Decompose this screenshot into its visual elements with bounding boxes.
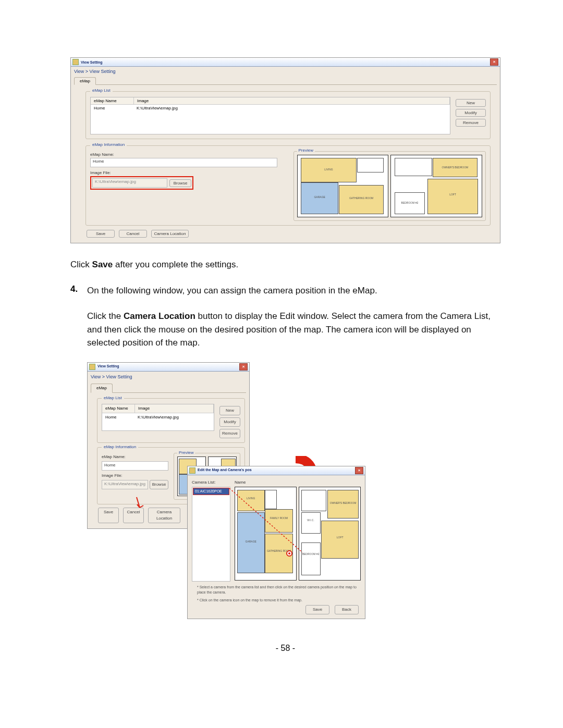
new-button[interactable]: New <box>456 99 486 107</box>
close-icon[interactable]: × <box>490 58 498 66</box>
action-row: Save Cancel Camera Location <box>87 230 495 238</box>
tab-emap[interactable]: eMap <box>91 384 113 393</box>
emap-info-legend: eMap Information <box>90 142 127 147</box>
app-icon <box>72 59 79 65</box>
lbl-image-file: Image File: <box>90 170 288 175</box>
preview-legend: Preview <box>297 148 315 153</box>
image-file-input[interactable]: K:\UltraView\emap.jpg <box>102 480 148 489</box>
titlebar[interactable]: View Setting × <box>71 58 500 67</box>
titlebar[interactable]: View Setting × <box>88 363 249 372</box>
camera-list[interactable]: 01:AIC1620POE <box>192 487 230 582</box>
red-arrow-to-camloc <box>136 496 156 510</box>
lbl-emap-name: eMap Name: <box>90 152 288 157</box>
camera-icon[interactable] <box>286 550 293 557</box>
image-file-row-highlighted: K:\UltraView\emap.jpg Browse <box>90 176 193 190</box>
browse-button[interactable]: Browse <box>169 179 191 187</box>
step-4: 4. On the following window, you can assi… <box>70 284 500 612</box>
app-icon <box>189 467 195 474</box>
close-icon[interactable]: × <box>239 363 248 371</box>
emap-list-group: eMap List eMap Name Image Home K:\UltraV… <box>85 91 491 139</box>
save-button[interactable]: Save <box>98 508 119 523</box>
figure-2: View Setting × View > View Setting eMap … <box>87 362 500 602</box>
tabbar: eMap <box>74 77 497 85</box>
cancel-button[interactable]: Cancel <box>123 508 144 523</box>
emap-info-group: eMap Information eMap Name: Home Image F… <box>85 145 491 226</box>
titlebar[interactable]: Edit the Map and Camera's pos × <box>188 466 365 475</box>
emap-name-input[interactable]: Home <box>102 461 168 471</box>
lbl-name: Name <box>235 479 361 486</box>
image-file-input[interactable]: K:\UltraView\emap.jpg <box>92 178 167 188</box>
close-icon[interactable]: × <box>355 467 363 474</box>
window-title: Edit the Map and Camera's pos <box>198 467 252 473</box>
preview-group: Preview LIVING GARAGE GATHERING ROOM OWN… <box>293 151 486 221</box>
cell-image: K:\UltraView\emap.jpg <box>133 105 450 112</box>
camera-list-item[interactable]: 01:AIC1620POE <box>193 488 229 496</box>
col-emap-name: eMap Name <box>91 97 134 104</box>
floorplan-preview: LIVING GARAGE GATHERING ROOM OWNER'S BED… <box>297 155 483 217</box>
edit-map-window: Edit the Map and Camera's pos × Camera L… <box>187 466 365 620</box>
camera-location-button[interactable]: Camera Location <box>151 230 189 238</box>
cell-name: Home <box>91 105 133 112</box>
cancel-button[interactable]: Cancel <box>119 230 147 238</box>
table-row[interactable]: Home K:\UltraView\emap.jpg <box>91 105 450 112</box>
breadcrumb: View > View Setting <box>71 67 500 77</box>
emap-name-input[interactable]: Home <box>90 158 277 167</box>
camera-location-button[interactable]: Camera Location <box>148 508 180 523</box>
remove-button[interactable]: Remove <box>219 429 240 438</box>
modify-button[interactable]: Modify <box>219 417 240 427</box>
lbl-camera-list: Camera List: <box>192 479 230 486</box>
view-setting-window: View Setting × View > View Setting eMap … <box>70 57 500 243</box>
step-line1: On the following window, you can assign … <box>87 284 500 298</box>
window-title: View Setting <box>81 60 103 64</box>
svg-point-1 <box>288 552 290 554</box>
back-button[interactable]: Back <box>335 605 359 614</box>
remove-button[interactable]: Remove <box>456 119 486 127</box>
save-button[interactable]: Save <box>87 230 115 238</box>
window-title: View Setting <box>97 364 119 369</box>
tab-emap[interactable]: eMap <box>74 77 96 85</box>
emap-list-table[interactable]: eMap Name Image Home K:\UltraView\emap.j… <box>90 97 450 134</box>
app-icon <box>89 364 95 370</box>
step-line2: Click the Camera Location button to disp… <box>87 310 500 350</box>
note-2: * Click on the camera icon on the map to… <box>197 598 365 603</box>
new-button[interactable]: New <box>219 406 240 415</box>
step-number: 4. <box>70 284 87 612</box>
map-canvas[interactable]: LIVING FAMILY ROOM GARAGE GATHERING ROOM <box>235 487 361 581</box>
emap-list-legend: eMap List <box>90 88 113 93</box>
emap-list-table[interactable]: eMap Name Image HomeK:\UltraView\emap.jp… <box>102 404 214 431</box>
breadcrumb: View > View Setting <box>88 372 249 384</box>
col-image: Image <box>134 97 450 104</box>
instruction-click-save: Click Save after you complete the settin… <box>70 258 500 272</box>
save-button[interactable]: Save <box>305 605 329 614</box>
note-1: * Select a camera from the camera list a… <box>197 585 365 596</box>
page-number: - 58 - <box>70 644 500 653</box>
modify-button[interactable]: Modify <box>456 109 486 117</box>
browse-button[interactable]: Browse <box>150 480 168 489</box>
